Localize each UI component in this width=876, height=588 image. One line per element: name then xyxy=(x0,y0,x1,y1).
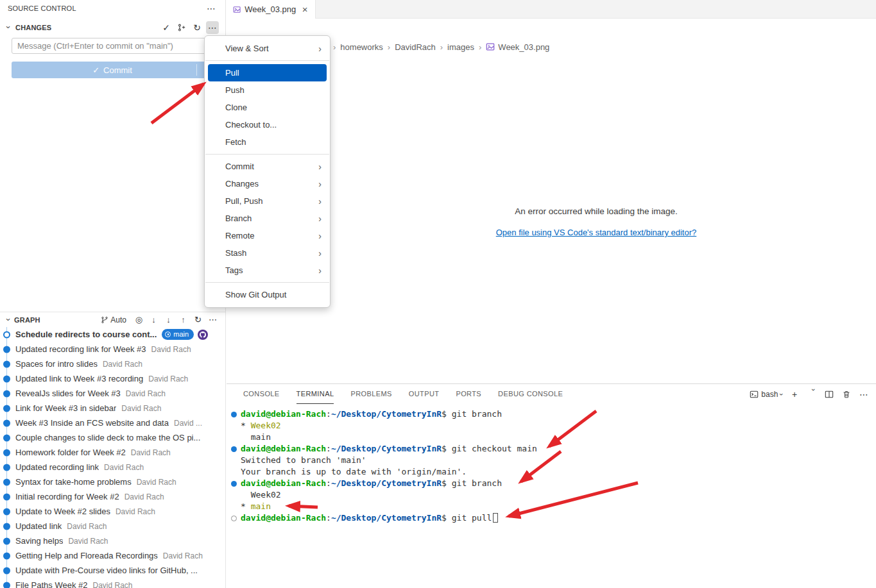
branch-badge[interactable]: main xyxy=(162,329,194,340)
command-decoration-hollow-icon[interactable] xyxy=(231,516,237,521)
fetch-icon[interactable]: ↓ xyxy=(148,314,160,326)
commit-button[interactable]: ✓ Commit › xyxy=(12,62,213,78)
repo-auto-selector[interactable]: Auto xyxy=(101,315,126,324)
command-decoration-filled-icon[interactable] xyxy=(231,446,237,452)
commit-author: David Rach xyxy=(137,478,176,487)
panel-tab-terminal[interactable]: TERMINAL xyxy=(296,384,334,404)
panel-tab-problems[interactable]: PROBLEMS xyxy=(350,384,391,404)
image-load-error-text: An error occurred while loading the imag… xyxy=(515,206,678,216)
menu-item-pull[interactable]: Pull xyxy=(208,64,327,81)
source-control-more-icon[interactable]: ⋯ xyxy=(205,2,218,15)
menu-item-checkout-to[interactable]: Checkout to... xyxy=(208,116,327,133)
menu-item-pull-push[interactable]: Pull, Push› xyxy=(208,192,327,210)
menu-item-remote[interactable]: Remote› xyxy=(208,227,327,244)
graph-more-icon[interactable]: ⋯ xyxy=(207,314,219,326)
kill-terminal-trash-icon[interactable] xyxy=(841,389,852,400)
changes-section-header[interactable]: › CHANGES ✓ ↻ ⋯ xyxy=(0,19,225,36)
panel-tab-ports[interactable]: PORTS xyxy=(456,384,481,404)
command-decoration-filled-icon[interactable] xyxy=(231,481,237,487)
panel-tab-debug-console[interactable]: DEBUG CONSOLE xyxy=(498,384,563,404)
menu-item-branch[interactable]: Branch› xyxy=(208,210,327,227)
commit-row[interactable]: Updated recording link for Week #3David … xyxy=(0,342,225,357)
refresh-icon[interactable]: ↻ xyxy=(192,314,204,326)
tab-close-icon[interactable]: × xyxy=(300,4,310,15)
source-control-title: SOURCE CONTROL xyxy=(8,4,205,12)
commit-dot-icon xyxy=(3,552,10,559)
commit-row[interactable]: Saving helpsDavid Rach xyxy=(0,533,225,548)
menu-item-tags[interactable]: Tags› xyxy=(208,262,327,279)
terminal-text: : xyxy=(326,444,331,453)
push-icon[interactable]: ↑ xyxy=(177,314,189,326)
commit-message-input[interactable] xyxy=(12,38,213,54)
commit-dot-icon xyxy=(3,375,10,382)
commit-dot-icon xyxy=(3,493,10,500)
command-decoration-filled-icon[interactable] xyxy=(231,412,237,417)
refresh-icon[interactable]: ↻ xyxy=(191,21,203,34)
changes-label: CHANGES xyxy=(15,24,159,31)
commit-message: Initial recording for Week #2 xyxy=(15,492,119,501)
menu-item-clone[interactable]: Clone xyxy=(208,99,327,116)
commit-row[interactable]: Syntax for take-home problemsDavid Rach xyxy=(0,475,225,489)
git-stash-icon[interactable] xyxy=(175,21,188,34)
commit-check-icon[interactable]: ✓ xyxy=(160,21,173,34)
breadcrumb-separator: › xyxy=(388,42,390,52)
graph-section-header[interactable]: › GRAPH Auto ◎ ↓ ↓ ↑ ↻ ⋯ xyxy=(0,312,225,327)
pull-icon[interactable]: ↓ xyxy=(162,314,175,326)
breadcrumb-item-davidrach[interactable]: DavidRach xyxy=(395,42,436,52)
chevron-down-icon: › xyxy=(4,315,13,324)
split-terminal-icon[interactable] xyxy=(823,389,835,400)
commit-row[interactable]: Updated linkDavid Rach xyxy=(0,519,225,533)
commit-author: David Rach xyxy=(116,507,155,516)
panel-tab-output[interactable]: OUTPUT xyxy=(409,384,440,404)
commit-author: David Rach xyxy=(131,448,171,457)
commit-message: Syntax for take-home problems xyxy=(15,477,132,487)
commit-row[interactable]: Spaces for intro slidesDavid Rach xyxy=(0,357,225,371)
commit-row[interactable]: Link for Week #3 in sidebarDavid Rach xyxy=(0,401,225,416)
menu-item-commit[interactable]: Commit› xyxy=(208,158,327,175)
open-binary-editor-link[interactable]: Open file using VS Code's standard text/… xyxy=(496,228,697,237)
changes-more-icon[interactable]: ⋯ xyxy=(206,21,219,34)
commit-row[interactable]: Couple changes to slide deck to make the… xyxy=(0,430,225,445)
commit-dot-icon xyxy=(3,419,10,426)
terminal-line: david@debian-Rach:~/Desktop/CytometryInR… xyxy=(227,443,876,455)
menu-item-fetch[interactable]: Fetch xyxy=(208,133,327,151)
commit-row[interactable]: Getting Help and Floreada RecordingsDavi… xyxy=(0,548,225,563)
menu-separator xyxy=(205,282,329,283)
commit-row[interactable]: RevealJs slides for Week #3David Rach xyxy=(0,386,225,401)
menu-item-changes[interactable]: Changes› xyxy=(208,175,327,192)
commit-row[interactable]: Updated link to Week #3 recordingDavid R… xyxy=(0,371,225,386)
terminal-text: Week02 xyxy=(251,421,281,430)
menu-item-push[interactable]: Push xyxy=(208,81,327,99)
commit-author: David Rach xyxy=(67,522,107,531)
commit-row[interactable]: Updated recording linkDavid Rach xyxy=(0,460,225,475)
menu-item-view-sort[interactable]: View & Sort› xyxy=(208,40,327,57)
shell-selector[interactable]: bash › xyxy=(750,390,783,399)
panel-tab-console[interactable]: CONSOLE xyxy=(243,384,280,404)
breadcrumb-item-homeworks[interactable]: homeworks xyxy=(340,42,382,52)
commit-row[interactable]: Homework folder for Week #2David Rach xyxy=(0,445,225,460)
new-terminal-icon[interactable]: + xyxy=(789,389,800,400)
commit-row[interactable]: Initial recording for Week #2David Rach xyxy=(0,489,225,504)
commit-dot-icon xyxy=(3,449,10,456)
target-icon[interactable]: ◎ xyxy=(133,314,145,326)
breadcrumb-item-week-03-png[interactable]: Week_03.png xyxy=(486,42,549,52)
tab-week-03-png[interactable]: Week_03.png × xyxy=(227,0,316,19)
source-control-header: SOURCE CONTROL ⋯ xyxy=(0,0,225,17)
terminal-text: ~/Desktop/CytometryInR xyxy=(331,444,442,453)
commit-row[interactable]: Week #3 Inside an FCS website and dataDa… xyxy=(0,416,225,430)
terminal-dropdown-chevron-icon[interactable]: › xyxy=(806,389,818,400)
terminal-content[interactable]: david@debian-Rach:~/Desktop/CytometryInR… xyxy=(227,404,876,588)
commit-row[interactable]: Update to Week #2 slidesDavid Rach xyxy=(0,504,225,519)
commit-dot-icon xyxy=(3,346,10,353)
terminal-icon xyxy=(750,390,759,399)
breadcrumb-item-images[interactable]: images xyxy=(447,42,474,52)
commit-row[interactable]: File Paths Week #2David Rach xyxy=(0,578,225,588)
commit-author: David ... xyxy=(174,419,202,428)
commit-dot-icon xyxy=(3,537,10,544)
terminal-text: david@debian-Rach xyxy=(241,444,326,453)
menu-item-show-git-output[interactable]: Show Git Output xyxy=(208,286,327,303)
panel-more-icon[interactable]: ⋯ xyxy=(858,389,870,400)
commit-row[interactable]: Schedule redirects to course cont...main xyxy=(0,327,225,342)
menu-item-stash[interactable]: Stash› xyxy=(208,244,327,262)
commit-row[interactable]: Update with Pre-Course video links for G… xyxy=(0,563,225,578)
